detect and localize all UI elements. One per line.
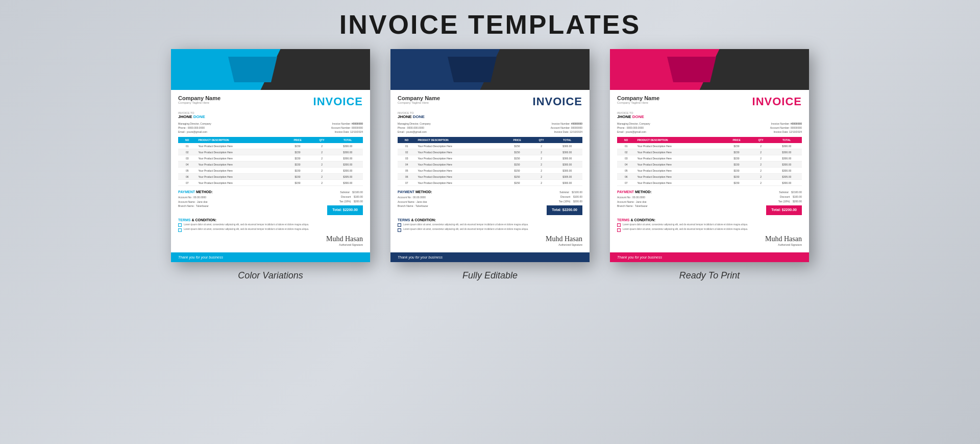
invoice-label-blue: INVOICE bbox=[313, 95, 363, 108]
page-title: INVOICE TEMPLATES bbox=[339, 9, 641, 40]
table-row: 04 Your Product Description Here $150 2 … bbox=[398, 161, 582, 168]
col-no: NO bbox=[178, 137, 196, 143]
invoice-to-navy: INVOICE TO JHONE DONE bbox=[398, 111, 582, 119]
col-qty: QTY bbox=[311, 137, 333, 143]
invoice-header-navy bbox=[390, 49, 590, 90]
table-row: 04 Your Product Description Here $150 2 … bbox=[617, 161, 802, 168]
invoice-details-navy: Managing Director, Company Phone : 0000.… bbox=[398, 122, 582, 134]
templates-container: Company Name Company Tagline Here INVOIC… bbox=[171, 49, 809, 444]
payment-left: PAYMENT METHOD: Account No : 00.00.0000 … bbox=[178, 190, 327, 215]
invoice-to-section: INVOICE TO JHONE DONE bbox=[178, 111, 363, 119]
company-name-pink: Company Name bbox=[617, 95, 659, 101]
table-row: 02 Your Product Description Here $150 2 … bbox=[178, 149, 363, 155]
payment-row-navy: PAYMENT METHOD: Account No : 00.00.0000 … bbox=[398, 190, 582, 215]
terms-checkbox-2 bbox=[178, 228, 182, 232]
template-label-blue: Color Variations bbox=[238, 270, 303, 281]
invoice-card-blue: Company Name Company Tagline Here INVOIC… bbox=[171, 49, 370, 262]
invoice-body: Company Name Company Tagline Here INVOIC… bbox=[171, 90, 370, 252]
company-tagline: Company Tagline Here bbox=[178, 101, 220, 104]
signature-navy: Muhd Hasan Authorized Signature bbox=[398, 235, 582, 246]
total-box-pink: Total: $2200.00 bbox=[766, 205, 802, 215]
invoice-footer-navy: Thank you for your business bbox=[390, 252, 590, 262]
client-name: JHONE bbox=[178, 114, 192, 119]
table-row: 06 Your Product Description Here $150 2 … bbox=[617, 174, 802, 180]
template-wrapper-pink: Company Name Company Tagline Here INVOIC… bbox=[610, 49, 809, 281]
signature-label: Authorized Signature bbox=[339, 243, 363, 246]
invoice-details-left: Managing Director, Company Phone : 0000.… bbox=[178, 122, 211, 134]
terms-title: TERMS & CONDITION: bbox=[178, 218, 363, 222]
table-row: 01 Your Product Description Here $150 2 … bbox=[178, 143, 363, 149]
company-name: Company Name bbox=[178, 95, 220, 101]
terms-checkbox-1 bbox=[178, 223, 182, 227]
invoice-table-blue: NO PRODUCT DESCRIPTION PRICE QTY TOTAL 0… bbox=[178, 137, 363, 186]
invoice-table-pink: NO PRODUCT DESCRIPTION PRICE QTY TOTAL 0… bbox=[617, 137, 802, 186]
table-row: 03 Your Product Description Here $150 2 … bbox=[178, 155, 363, 161]
invoice-details-pink: Managing Director, Company Phone : 0000.… bbox=[617, 122, 802, 134]
invoice-to-name-pink: JHONE DONE bbox=[617, 114, 802, 119]
table-row: 01 Your Product Description Here $150 2 … bbox=[398, 143, 582, 149]
terms-navy: TERMS & CONDITION: Lorem ipsum dolor sit… bbox=[398, 218, 582, 232]
terms-section: TERMS & CONDITION: Lorem ipsum dolor sit… bbox=[178, 218, 363, 232]
terms-text-1: Lorem ipsum dolor sit amet, consectetur … bbox=[184, 223, 309, 227]
payment-title: PAYMENT METHOD: bbox=[178, 190, 327, 194]
payment-row: PAYMENT METHOD: Account No : 00.00.0000 … bbox=[178, 190, 363, 215]
invoice-to-name-navy: JHONE DONE bbox=[398, 114, 582, 119]
table-row: 07 Your Product Description Here $150 2 … bbox=[178, 180, 363, 186]
company-name-navy: Company Name bbox=[398, 95, 440, 101]
template-wrapper-navy: Company Name Company Tagline Here INVOIC… bbox=[390, 49, 590, 281]
invoice-top-row-pink: Company Name Company Tagline Here INVOIC… bbox=[617, 95, 802, 108]
company-info: Company Name Company Tagline Here bbox=[178, 95, 220, 104]
invoice-to-pink: INVOICE TO JHONE DONE bbox=[617, 111, 802, 119]
table-row: 01 Your Product Description Here $150 2 … bbox=[617, 143, 802, 149]
client-highlight: DONE bbox=[193, 114, 205, 119]
total-box-blue: Total: $2200.00 bbox=[327, 205, 363, 215]
invoice-footer-blue: Thank you for your business bbox=[171, 252, 370, 262]
table-row: 03 Your Product Description Here $150 2 … bbox=[398, 155, 582, 161]
invoice-label-pink: INVOICE bbox=[752, 95, 802, 108]
payment-row-pink: PAYMENT METHOD: Account No : 00.00.0000 … bbox=[617, 190, 802, 215]
company-info-navy: Company Name Company Tagline Here bbox=[398, 95, 440, 104]
table-row: 02 Your Product Description Here $150 2 … bbox=[617, 149, 802, 155]
company-tagline-navy: Company Tagline Here bbox=[398, 101, 440, 104]
table-row: 07 Your Product Description Here $150 2 … bbox=[398, 180, 582, 186]
table-row: 07 Your Product Description Here $150 2 … bbox=[617, 180, 802, 186]
table-row: 02 Your Product Description Here $150 2 … bbox=[398, 149, 582, 155]
signature-line: Muhd Hasan bbox=[178, 235, 363, 243]
table-row: 05 Your Product Description Here $150 2 … bbox=[398, 168, 582, 174]
company-tagline-pink: Company Tagline Here bbox=[617, 101, 659, 104]
invoice-card-navy: Company Name Company Tagline Here INVOIC… bbox=[390, 49, 590, 262]
terms-pink: TERMS & CONDITION: Lorem ipsum dolor sit… bbox=[617, 218, 802, 232]
signature-pink: Muhd Hasan Authorized Signature bbox=[617, 235, 802, 246]
col-total: TOTAL bbox=[332, 137, 363, 143]
invoice-footer-pink: Thank you for your business bbox=[610, 252, 809, 262]
invoice-top-row-navy: Company Name Company Tagline Here INVOIC… bbox=[398, 95, 582, 108]
invoice-top-row: Company Name Company Tagline Here INVOIC… bbox=[178, 95, 363, 108]
invoice-header-pink bbox=[610, 49, 809, 90]
col-desc: PRODUCT DESCRIPTION bbox=[196, 137, 284, 143]
invoice-label-navy: INVOICE bbox=[533, 95, 582, 108]
terms-text-2: Lorem ipsum dolor sit amet, consectetur … bbox=[184, 228, 309, 231]
invoice-body-navy: Company Name Company Tagline Here INVOIC… bbox=[390, 90, 590, 252]
terms-item-2: Lorem ipsum dolor sit amet, consectetur … bbox=[178, 228, 363, 232]
invoice-header-blue bbox=[171, 49, 370, 90]
table-row: 06 Your Product Description Here $150 2 … bbox=[178, 174, 363, 180]
invoice-to-name: JHONE DONE bbox=[178, 114, 363, 119]
header-right bbox=[281, 49, 371, 90]
table-row: 05 Your Product Description Here $150 2 … bbox=[617, 168, 802, 174]
header-right-navy bbox=[500, 49, 590, 90]
invoice-body-pink: Company Name Company Tagline Here INVOIC… bbox=[610, 90, 809, 252]
table-row: 04 Your Product Description Here $150 2 … bbox=[178, 161, 363, 168]
invoice-details-row: Managing Director, Company Phone : 0000.… bbox=[178, 122, 363, 134]
invoice-details-right: Invoice Number: #0000000 Account Number:… bbox=[331, 122, 363, 134]
template-label-pink: Ready To Print bbox=[679, 270, 740, 281]
template-wrapper-blue: Company Name Company Tagline Here INVOIC… bbox=[171, 49, 370, 281]
header-right-pink bbox=[720, 49, 810, 90]
signature-section: Muhd Hasan Authorized Signature bbox=[178, 235, 363, 246]
template-label-navy: Fully Editable bbox=[462, 270, 518, 281]
invoice-table-navy: NO PRODUCT DESCRIPTION PRICE QTY TOTAL 0… bbox=[398, 137, 582, 186]
terms-item-1: Lorem ipsum dolor sit amet, consectetur … bbox=[178, 223, 363, 227]
payment-details: Account No : 00.00.0000 Account Name : J… bbox=[178, 195, 327, 208]
table-row: 06 Your Product Description Here $150 2 … bbox=[398, 174, 582, 180]
total-box-navy: Total: $2200.00 bbox=[547, 205, 582, 215]
col-price: PRICE bbox=[284, 137, 311, 143]
